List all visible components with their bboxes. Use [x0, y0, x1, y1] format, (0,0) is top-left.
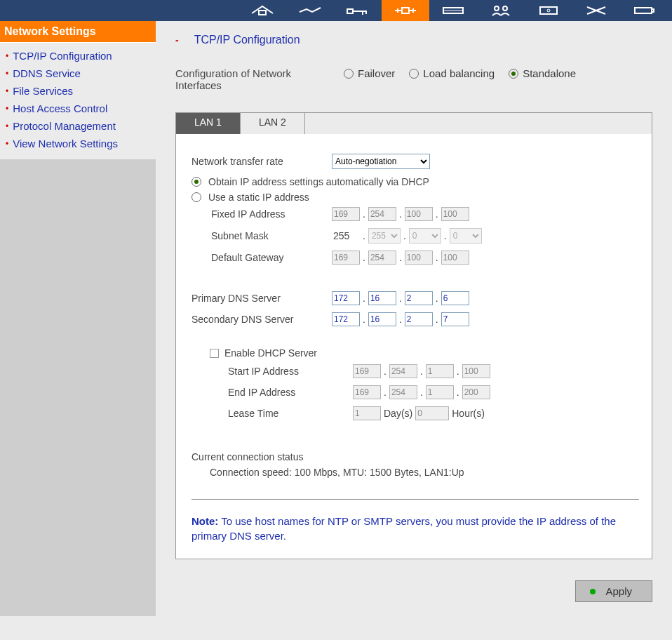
- transfer-rate-label: Network transfer rate: [191, 156, 332, 167]
- dns2-4[interactable]: [441, 312, 469, 326]
- fixed-ip-4[interactable]: [441, 207, 469, 221]
- status-title: Current connection status: [191, 451, 639, 462]
- tab-lan2[interactable]: LAN 2: [241, 113, 305, 134]
- gateway-2[interactable]: [368, 251, 396, 265]
- lease-days[interactable]: [353, 406, 381, 420]
- checkbox-box-icon: [210, 349, 219, 358]
- battery-icon[interactable]: [620, 0, 668, 21]
- dhcp-end-3[interactable]: [426, 385, 454, 399]
- sidebar-item-protocol-mgmt[interactable]: • Protocol Management: [0, 117, 156, 135]
- status-text: Connection speed: 100 Mbps, MTU: 1500 By…: [191, 467, 639, 478]
- svg-rect-18: [635, 8, 652, 13]
- bullet-icon: •: [6, 87, 8, 95]
- dns1-1[interactable]: [332, 291, 360, 305]
- svg-rect-1: [347, 9, 353, 13]
- apply-button[interactable]: Apply: [575, 580, 652, 602]
- radio-selected-icon: [191, 177, 201, 187]
- sidebar-header: Network Settings: [0, 21, 156, 43]
- bullet-icon: •: [6, 140, 8, 148]
- dhcp-start-4[interactable]: [462, 364, 490, 378]
- svg-point-15: [547, 9, 550, 12]
- gateway-3[interactable]: [405, 251, 433, 265]
- key-icon[interactable]: [334, 0, 382, 21]
- gateway-1[interactable]: [332, 251, 360, 265]
- tab-lan1[interactable]: LAN 1: [176, 113, 241, 134]
- disk-icon[interactable]: [429, 0, 477, 21]
- subnet-fixed: 255: [332, 230, 360, 241]
- network-icon[interactable]: [382, 0, 429, 21]
- dhcp-end-1[interactable]: [353, 385, 381, 399]
- bullet-icon: •: [6, 52, 8, 60]
- svg-point-13: [503, 6, 507, 11]
- dns2-1[interactable]: [332, 312, 360, 326]
- fixed-ip-3[interactable]: [405, 207, 433, 221]
- radio-selected-icon: [509, 69, 518, 79]
- bullet-icon: •: [6, 69, 8, 78]
- gateway-4[interactable]: [441, 251, 469, 265]
- dns2-label: Secondary DNS Server: [191, 314, 332, 325]
- radio-failover[interactable]: Failover: [344, 67, 395, 79]
- dns1-3[interactable]: [405, 291, 433, 305]
- bullet-icon: •: [6, 105, 8, 113]
- users-icon[interactable]: [477, 0, 525, 21]
- radio-icon: [344, 69, 354, 79]
- dhcp-end-2[interactable]: [389, 385, 417, 399]
- top-toolbar: [0, 0, 672, 21]
- tab-strip: LAN 1 LAN 2: [176, 113, 652, 134]
- main-content: - TCP/IP Configuration Configuration of …: [156, 21, 672, 616]
- radio-dhcp[interactable]: Obtain IP address settings automatically…: [191, 176, 639, 187]
- radio-static-ip[interactable]: Use a static IP address: [191, 192, 639, 203]
- dns1-2[interactable]: [368, 291, 396, 305]
- dns2-2[interactable]: [368, 312, 396, 326]
- dhcp-end-4[interactable]: [462, 385, 490, 399]
- lease-hours[interactable]: [415, 406, 449, 420]
- sidebar-item-ddns[interactable]: • DDNS Service: [0, 65, 156, 82]
- separator: [191, 499, 639, 500]
- lightning-icon[interactable]: [286, 0, 334, 21]
- dhcp-start-label: Start IP Address: [191, 366, 353, 377]
- note-text: Note: To use host names for NTP or SMTP …: [191, 514, 639, 543]
- radio-icon: [409, 69, 419, 79]
- radio-icon: [191, 192, 201, 202]
- home-icon[interactable]: [238, 0, 286, 21]
- camera-icon[interactable]: [525, 0, 572, 21]
- fixed-ip-2[interactable]: [368, 207, 396, 221]
- dns1-4[interactable]: [441, 291, 469, 305]
- transfer-rate-select[interactable]: Auto-negotiation: [332, 154, 430, 169]
- cross-icon[interactable]: [572, 0, 620, 21]
- fixed-ip-1[interactable]: [332, 207, 360, 221]
- subnet-2[interactable]: 255: [368, 228, 401, 244]
- radio-load-balancing[interactable]: Load balancing: [409, 67, 495, 79]
- sidebar: Network Settings • TCP/IP Configuration …: [0, 21, 156, 616]
- gateway-label: Default Gateway: [191, 252, 332, 263]
- svg-rect-6: [402, 8, 409, 13]
- dns2-3[interactable]: [405, 312, 433, 326]
- subnet-3[interactable]: 0: [409, 228, 441, 244]
- svg-point-12: [495, 6, 499, 11]
- subnet-label: Subnet Mask: [191, 230, 332, 241]
- svg-rect-19: [652, 9, 654, 12]
- collapse-icon[interactable]: -: [175, 34, 179, 46]
- dhcp-start-2[interactable]: [389, 364, 417, 378]
- config-mode-label: Configuration of Network Interfaces: [175, 67, 316, 91]
- page-title: TCP/IP Configuration: [194, 34, 300, 46]
- subnet-4[interactable]: 0: [450, 228, 482, 244]
- dhcp-start-3[interactable]: [426, 364, 454, 378]
- lease-label: Lease Time: [191, 408, 353, 419]
- fixed-ip-label: Fixed IP Address: [191, 208, 332, 220]
- dns1-label: Primary DNS Server: [191, 293, 332, 304]
- status-dot-icon: [590, 589, 596, 594]
- sidebar-item-file-services[interactable]: • File Services: [0, 82, 156, 100]
- sidebar-item-view-network[interactable]: • View Network Settings: [0, 135, 156, 152]
- svg-rect-14: [540, 7, 557, 14]
- svg-rect-0: [259, 11, 266, 15]
- radio-standalone[interactable]: Standalone: [509, 67, 576, 79]
- sidebar-item-host-access[interactable]: • Host Access Control: [0, 100, 156, 117]
- bullet-icon: •: [6, 122, 8, 131]
- checkbox-enable-dhcp[interactable]: Enable DHCP Server: [191, 347, 639, 359]
- dhcp-end-label: End IP Address: [191, 387, 353, 398]
- dhcp-start-1[interactable]: [353, 364, 381, 378]
- sidebar-item-tcpip[interactable]: • TCP/IP Configuration: [0, 47, 156, 65]
